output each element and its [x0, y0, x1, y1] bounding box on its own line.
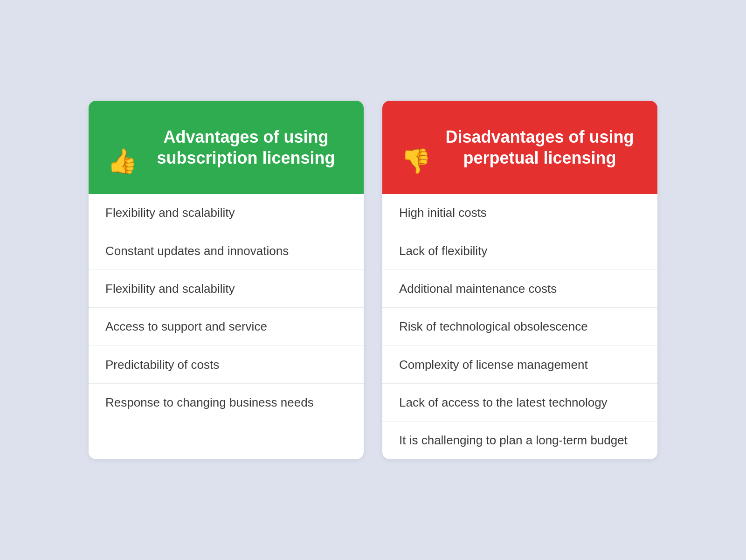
disadvantages-item: Lack of flexibility: [382, 232, 657, 270]
main-container: 👍 Advantages of using subscription licen…: [61, 73, 685, 487]
disadvantages-item: Risk of technological obsolescence: [382, 308, 657, 346]
disadvantages-header: 👎 Disadvantages of using perpetual licen…: [382, 101, 657, 194]
disadvantages-item: Additional maintenance costs: [382, 270, 657, 308]
advantages-item: Constant updates and innovations: [89, 232, 364, 270]
thumbs-up-icon: 👍: [107, 147, 138, 177]
disadvantages-item: Complexity of license management: [382, 346, 657, 384]
advantages-header: 👍 Advantages of using subscription licen…: [89, 101, 364, 194]
disadvantages-item: Lack of access to the latest technology: [382, 384, 657, 422]
disadvantages-card: 👎 Disadvantages of using perpetual licen…: [382, 101, 657, 459]
advantages-item: Flexibility and scalability: [89, 194, 364, 232]
disadvantages-body: High initial costsLack of flexibilityAdd…: [382, 194, 657, 459]
disadvantages-item: It is challenging to plan a long-term bu…: [382, 422, 657, 459]
disadvantages-title: Disadvantages of using perpetual licensi…: [441, 126, 639, 168]
advantages-body: Flexibility and scalabilityConstant upda…: [89, 194, 364, 421]
advantages-item: Response to changing business needs: [89, 384, 364, 421]
disadvantages-item: High initial costs: [382, 194, 657, 232]
advantages-item: Predictability of costs: [89, 346, 364, 384]
advantages-card: 👍 Advantages of using subscription licen…: [89, 101, 364, 459]
advantages-item: Access to support and service: [89, 308, 364, 346]
thumbs-down-icon: 👎: [401, 147, 431, 177]
advantages-item: Flexibility and scalability: [89, 270, 364, 308]
advantages-title: Advantages of using subscription licensi…: [147, 126, 345, 168]
